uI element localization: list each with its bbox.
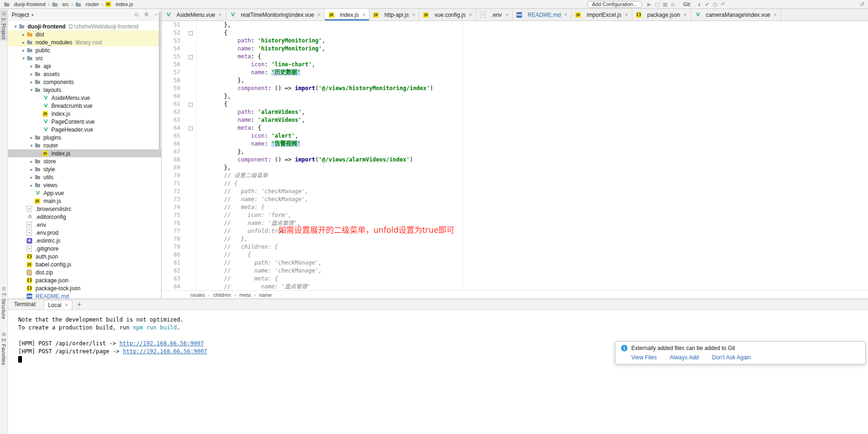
- code-line[interactable]: 51 },: [162, 21, 868, 29]
- tree-item[interactable]: ≡.gitignore: [8, 245, 161, 252]
- code-line[interactable]: 61 {: [162, 100, 868, 108]
- editor-tab[interactable]: VcameraManage\index.vue×: [691, 9, 781, 21]
- hide-panel-icon[interactable]: ─: [154, 12, 157, 18]
- tree-item[interactable]: ⚙.editorconfig: [8, 213, 161, 221]
- fold-marker-icon[interactable]: [180, 29, 197, 37]
- code-line[interactable]: 53 path: 'historyMonitoring',: [162, 37, 868, 45]
- chevron-collapsed-icon[interactable]: ▸: [28, 80, 35, 84]
- chevron-collapsed-icon[interactable]: ▸: [28, 175, 35, 180]
- editor-tab[interactable]: JSindex.js×: [325, 9, 370, 21]
- chevron-collapsed-icon[interactable]: ▸: [28, 72, 35, 77]
- code-line[interactable]: 81 // path: 'checkManage',: [162, 259, 868, 267]
- tree-item[interactable]: ≡.browserslistrc: [8, 205, 161, 213]
- tree-item[interactable]: ▸components: [8, 78, 161, 86]
- code-line[interactable]: 55 meta: {: [162, 53, 868, 61]
- tree-item[interactable]: ▸store: [8, 157, 161, 165]
- code-line[interactable]: 73 // name: 'checkManage',: [162, 196, 868, 203]
- chevron-expanded-icon[interactable]: ▾: [28, 143, 35, 148]
- git-rollback-icon[interactable]: ↶: [719, 1, 727, 7]
- tree-item[interactable]: JSindex.js: [8, 110, 161, 118]
- chevron-collapsed-icon[interactable]: ▸: [21, 40, 27, 45]
- profiler-icon[interactable]: ◎: [669, 1, 677, 7]
- tree-item[interactable]: ▸views: [8, 181, 161, 189]
- code-line[interactable]: 80 // {: [162, 251, 868, 259]
- tree-item[interactable]: JSbabel.config.js: [8, 260, 161, 268]
- run-icon[interactable]: ▶: [645, 1, 653, 7]
- code-line[interactable]: 54 name: 'historyMonitoring',: [162, 45, 868, 53]
- code-line[interactable]: 58 },: [162, 77, 868, 84]
- tree-item[interactable]: ▸public: [8, 46, 161, 54]
- close-icon[interactable]: ×: [64, 302, 68, 308]
- tree-item[interactable]: ▾layouts: [8, 86, 161, 94]
- tree-item[interactable]: e.eslintrc.js: [8, 237, 161, 245]
- chevron-down-icon[interactable]: ▾: [31, 13, 34, 17]
- breadcrumb-item[interactable]: router: [74, 1, 100, 7]
- code-line[interactable]: 70 // 设置二级菜单: [162, 172, 868, 180]
- code-line[interactable]: 71 // {: [162, 180, 868, 188]
- tree-scrollbar[interactable]: [159, 12, 161, 152]
- chevron-collapsed-icon[interactable]: ▸: [21, 32, 27, 37]
- code-line[interactable]: 69 },: [162, 164, 868, 172]
- code-line[interactable]: 78 // },: [162, 235, 868, 243]
- coverage-icon[interactable]: ▦: [661, 1, 669, 7]
- tree-item[interactable]: ▸assets: [8, 70, 161, 78]
- tree-item[interactable]: ▸style: [8, 165, 161, 173]
- tree-item[interactable]: ▸utils: [8, 173, 161, 181]
- code-line[interactable]: 64 meta: {: [162, 124, 868, 132]
- add-configuration-button[interactable]: Add Configuration...: [587, 1, 642, 8]
- editor-tab[interactable]: JShttp-api.js×: [369, 9, 419, 21]
- editor-tab[interactable]: MDREADME.md×: [513, 9, 572, 21]
- code-line[interactable]: 82 // name: 'checkManage',: [162, 267, 868, 275]
- chevron-expanded-icon[interactable]: ▾: [28, 88, 35, 92]
- code-line[interactable]: 84 // name: '盘点管理': [162, 283, 868, 290]
- chevron-collapsed-icon[interactable]: ▸: [28, 135, 35, 140]
- editor-breadcrumb-item[interactable]: routes: [191, 292, 205, 298]
- tree-item[interactable]: ▾src: [8, 54, 161, 62]
- toolwindow-button-favorites[interactable]: ▧ 2: Favorites: [0, 330, 7, 366]
- toolwindow-button-structure[interactable]: ▥ 7: Structure: [0, 285, 7, 321]
- git-commit-icon[interactable]: ✔: [703, 1, 711, 7]
- tree-item[interactable]: ≡.env: [8, 221, 161, 229]
- tree-item[interactable]: VPageHeader.vue: [8, 126, 161, 133]
- project-panel-title[interactable]: Project: [12, 12, 29, 18]
- code-line[interactable]: 74 // meta: {: [162, 203, 868, 211]
- tree-item[interactable]: VPageContent.vue: [8, 118, 161, 126]
- breadcrumb-item[interactable]: JSindex.js: [105, 1, 134, 7]
- tab-close-icon[interactable]: ×: [684, 12, 687, 18]
- breadcrumb-item[interactable]: duoji-frontend: [3, 1, 46, 7]
- tree-item[interactable]: JSindex.js: [8, 149, 161, 157]
- tree-item[interactable]: VBreadcrumb.vue: [8, 102, 161, 110]
- code-line[interactable]: 83 // meta: {: [162, 275, 868, 283]
- breadcrumb-item[interactable]: src: [51, 1, 70, 7]
- tree-item[interactable]: ▾duoji-frontendD:\zheheWeb\duoji-fronten…: [8, 22, 161, 30]
- chevron-expanded-icon[interactable]: ▾: [21, 56, 27, 61]
- tree-item[interactable]: MDREADME.md: [8, 292, 161, 299]
- editor-breadcrumb-item[interactable]: meta: [239, 292, 250, 298]
- code-line[interactable]: 52 {: [162, 29, 868, 37]
- debug-icon[interactable]: ▢: [653, 1, 661, 7]
- tree-item[interactable]: ▸api: [8, 62, 161, 70]
- tree-item[interactable]: VAsideMenu.vue: [8, 94, 161, 102]
- tree-item[interactable]: ▾router: [8, 141, 161, 149]
- tab-close-icon[interactable]: ×: [469, 12, 472, 18]
- tab-close-icon[interactable]: ×: [412, 12, 415, 18]
- code-line[interactable]: 79 // children: [: [162, 243, 868, 251]
- terminal-link[interactable]: http://192.168.66.56:9007: [120, 340, 204, 347]
- tree-item[interactable]: JSmain.js: [8, 197, 161, 205]
- chevron-collapsed-icon[interactable]: ▸: [28, 183, 35, 188]
- tree-item[interactable]: ▸dist: [8, 30, 161, 38]
- chevron-expanded-icon[interactable]: ▾: [13, 24, 19, 29]
- git-update-icon[interactable]: ↓: [695, 1, 703, 7]
- code-line[interactable]: 67 },: [162, 148, 868, 156]
- notification-action[interactable]: Don't Ask Again: [712, 354, 751, 361]
- tree-item[interactable]: ▸node_moduleslibrary root: [8, 38, 161, 46]
- code-line[interactable]: 76 // name: '盘点管理',: [162, 219, 868, 227]
- terminal-output[interactable]: Note that the development build is not o…: [8, 310, 868, 434]
- new-terminal-session-button[interactable]: +: [72, 299, 85, 309]
- editor-tab[interactable]: VAsideMenu.vue×: [162, 9, 226, 21]
- code-area[interactable]: 51 },52 {53 path: 'historyMonitoring',54…: [162, 21, 868, 290]
- code-line[interactable]: 57 name: '历史数据': [162, 69, 868, 77]
- editor-tab[interactable]: JSimportExcel.js×: [572, 9, 632, 21]
- editor-breadcrumb-item[interactable]: children: [213, 292, 231, 298]
- code-line[interactable]: 77 // unfold:true: [162, 227, 868, 235]
